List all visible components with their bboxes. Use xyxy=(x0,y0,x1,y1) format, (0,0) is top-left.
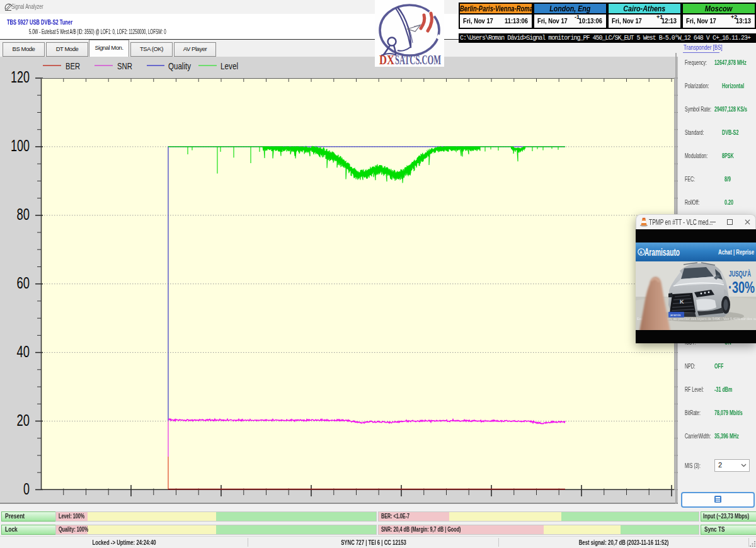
svg-text:Level: Level xyxy=(220,60,238,71)
svg-text:Aramisauto: Aramisauto xyxy=(644,247,680,258)
svg-text:BER: BER xyxy=(66,60,80,71)
svg-text:JUSQU'À: JUSQU'À xyxy=(729,269,751,278)
svg-text:120: 120 xyxy=(11,67,30,86)
svg-text:60: 60 xyxy=(17,273,30,292)
svg-text:0: 0 xyxy=(23,479,30,498)
svg-text:A: A xyxy=(639,250,643,254)
svg-text:Achat | Reprise: Achat | Reprise xyxy=(718,248,754,256)
svg-text:SNR: SNR xyxy=(117,60,132,71)
svg-text:20: 20 xyxy=(17,411,30,430)
svg-text:SATCS.COM: SATCS.COM xyxy=(395,53,441,67)
svg-text:DX: DX xyxy=(379,53,394,67)
svg-text:80: 80 xyxy=(17,205,30,224)
svg-text:100: 100 xyxy=(11,136,30,155)
svg-text:K: K xyxy=(680,299,684,305)
svg-text:·30%: ·30% xyxy=(728,278,755,296)
svg-text:Quality: Quality xyxy=(168,60,191,71)
svg-text:40: 40 xyxy=(17,342,30,361)
